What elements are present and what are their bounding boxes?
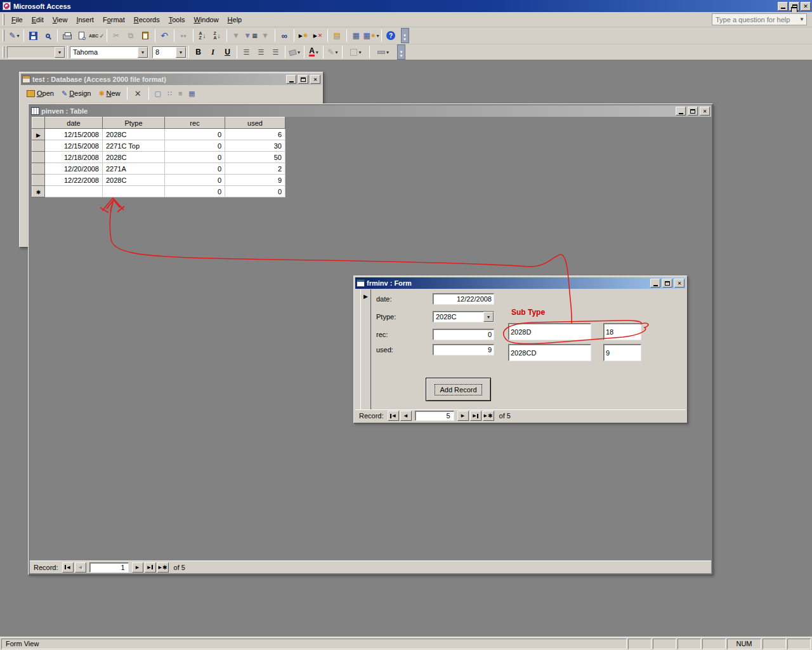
cell[interactable]: 2028C — [103, 152, 165, 163]
ptype-combobox[interactable]: 2028C ▾ — [433, 311, 494, 322]
italic-button[interactable]: I — [206, 45, 220, 59]
save-button[interactable] — [26, 29, 41, 43]
design-button[interactable]: ✎Design — [58, 88, 94, 99]
minimize-button[interactable] — [778, 2, 788, 11]
new-button[interactable]: ✱New — [95, 88, 123, 99]
small-icons-button[interactable]: ∷ — [165, 90, 174, 98]
new-object-button[interactable]: ▦✱▾ — [363, 29, 379, 43]
cell[interactable]: 0 — [165, 129, 225, 140]
bold-button[interactable]: B — [191, 45, 206, 59]
new-record-button[interactable]: ▶✱ — [483, 411, 494, 421]
open-button[interactable]: Open — [23, 88, 57, 98]
cell[interactable]: 12/22/2008 — [45, 175, 103, 186]
restore-button[interactable] — [789, 2, 799, 11]
goto-field-combobox[interactable]: ▾ — [7, 46, 65, 58]
align-center-button[interactable]: ☰ — [254, 45, 268, 59]
font-size-combobox[interactable]: 8▾ — [152, 46, 187, 58]
cell[interactable]: 2271A — [103, 163, 165, 175]
toolbar-options-button[interactable]: ▾▾ — [397, 44, 405, 60]
chevron-down-icon[interactable]: ▾ — [55, 47, 65, 58]
font-color-button[interactable]: A▾ — [306, 45, 321, 59]
line-color-button[interactable]: ✎▾ — [325, 45, 340, 59]
column-header-used[interactable]: used — [225, 117, 285, 129]
cell[interactable]: 2271C Top — [103, 140, 165, 152]
cell[interactable]: 6 — [225, 129, 285, 140]
cell[interactable]: 0 — [165, 186, 225, 197]
subtype-qty-field-2[interactable] — [603, 344, 641, 361]
menu-records[interactable]: Records — [129, 14, 164, 25]
filter-by-selection-button[interactable]: ▼ — [229, 29, 244, 43]
maximize-button[interactable] — [298, 75, 308, 84]
print-button[interactable] — [60, 29, 74, 43]
menu-file[interactable]: File — [7, 14, 27, 25]
fill-color-button[interactable]: ▾ — [287, 45, 302, 59]
menubar-grip[interactable] — [3, 14, 4, 25]
list-view-button[interactable]: ≡ — [176, 90, 185, 97]
delete-record-button[interactable]: ▶✕ — [311, 29, 325, 43]
previous-record-button[interactable]: ◀ — [75, 562, 86, 573]
cell[interactable]: 2028C — [103, 175, 165, 186]
column-header-ptype[interactable]: Ptype — [103, 117, 165, 129]
close-button[interactable]: ✕ — [700, 107, 710, 116]
column-header-date[interactable]: date — [45, 117, 103, 129]
menu-tools[interactable]: Tools — [164, 14, 190, 25]
date-field[interactable] — [433, 293, 494, 305]
sort-ascending-button[interactable]: AZ↓ — [195, 29, 210, 43]
new-record-button[interactable]: ▶✱ — [296, 29, 311, 43]
cell[interactable]: 0 — [165, 163, 225, 175]
cell[interactable] — [103, 186, 165, 197]
row-selector[interactable] — [32, 163, 45, 175]
first-record-button[interactable]: ◀ — [62, 562, 74, 573]
delete-button[interactable]: ✕ — [131, 89, 145, 98]
table-window-titlebar[interactable]: pinven : Table ✕ — [30, 105, 711, 117]
filter-by-form-button[interactable]: ▼▦ — [244, 29, 258, 43]
font-name-combobox[interactable]: Tahoma▾ — [70, 46, 148, 58]
column-header-rec[interactable]: rec — [165, 117, 225, 129]
row-selector[interactable]: ✱ — [32, 186, 45, 197]
next-record-button[interactable]: ▶ — [132, 562, 143, 573]
chevron-down-icon[interactable]: ▾ — [483, 312, 494, 322]
cell[interactable]: 30 — [225, 140, 285, 152]
minimize-button[interactable] — [650, 279, 660, 288]
cell[interactable]: 12/20/2008 — [45, 163, 103, 175]
copy-button[interactable]: ⧉ — [124, 29, 138, 43]
cell[interactable]: 12/15/2008 — [45, 129, 103, 140]
toolbar-grip[interactable] — [3, 46, 4, 58]
undo-button[interactable]: ↶ — [157, 29, 172, 43]
row-selector[interactable] — [32, 152, 45, 163]
form-record-selector[interactable]: ▶ — [360, 289, 371, 411]
database-window-button[interactable]: ▦ — [349, 29, 363, 43]
find-button[interactable]: ∞ — [277, 29, 292, 43]
toolbar-options-button[interactable]: ▾▾ — [401, 28, 409, 43]
minimize-button[interactable] — [676, 107, 686, 116]
cell[interactable]: 0 — [165, 175, 225, 186]
chevron-down-icon[interactable]: ▼ — [799, 17, 804, 22]
print-preview-button[interactable] — [74, 29, 89, 43]
cell[interactable]: 9 — [225, 175, 285, 186]
rec-field[interactable] — [433, 329, 494, 340]
row-selector[interactable]: ▶ — [32, 129, 45, 140]
border-style-button[interactable]: ▾ — [344, 45, 367, 59]
align-left-button[interactable]: ☰ — [239, 45, 254, 59]
large-icons-button[interactable]: ▢ — [152, 90, 164, 98]
close-button[interactable]: ✕ — [310, 75, 320, 84]
minimize-button[interactable] — [286, 75, 296, 84]
form-window[interactable]: frminv : Form ✕ ▶ date: Ptype: 2028C ▾ S… — [353, 275, 688, 423]
cell[interactable]: 0 — [165, 152, 225, 163]
used-field[interactable] — [433, 344, 494, 355]
menu-insert[interactable]: Insert — [72, 14, 98, 25]
close-button[interactable]: ✕ — [674, 279, 684, 288]
row-selector[interactable] — [32, 175, 45, 186]
properties-button[interactable]: ▤ — [330, 29, 344, 43]
cell[interactable]: 50 — [225, 152, 285, 163]
chevron-down-icon[interactable]: ▾ — [138, 47, 148, 58]
help-button[interactable]: ? — [384, 29, 398, 43]
maximize-button[interactable] — [688, 107, 698, 116]
new-record-button[interactable]: ▶✱ — [157, 562, 169, 573]
menu-edit[interactable]: Edit — [27, 14, 48, 25]
paste-button[interactable] — [138, 29, 153, 43]
menu-help[interactable]: Help — [223, 14, 247, 25]
current-record-input[interactable] — [89, 562, 129, 573]
select-all-cell[interactable] — [32, 117, 45, 129]
details-view-button[interactable]: ▦ — [186, 90, 197, 98]
